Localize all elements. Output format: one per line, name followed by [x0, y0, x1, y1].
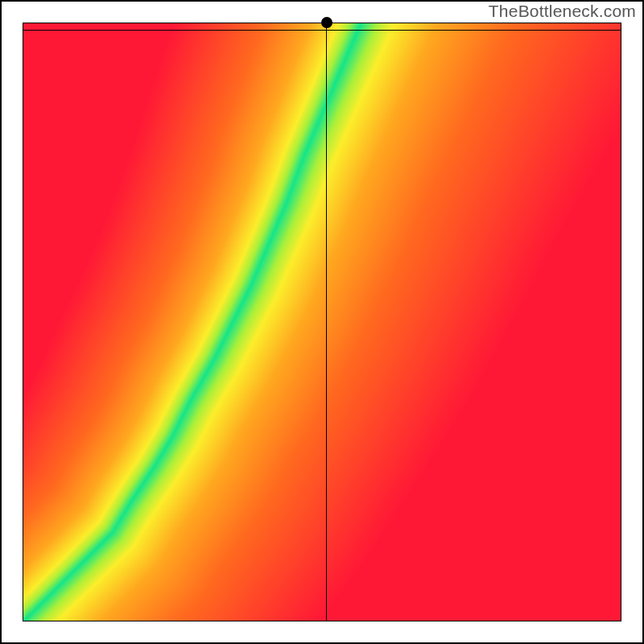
- bottleneck-heatmap: [23, 23, 621, 621]
- attribution-text: TheBottleneck.com: [489, 2, 636, 21]
- marker-dot: [321, 17, 332, 28]
- marker-vertical-line: [326, 23, 327, 621]
- marker-horizontal-line: [23, 30, 621, 31]
